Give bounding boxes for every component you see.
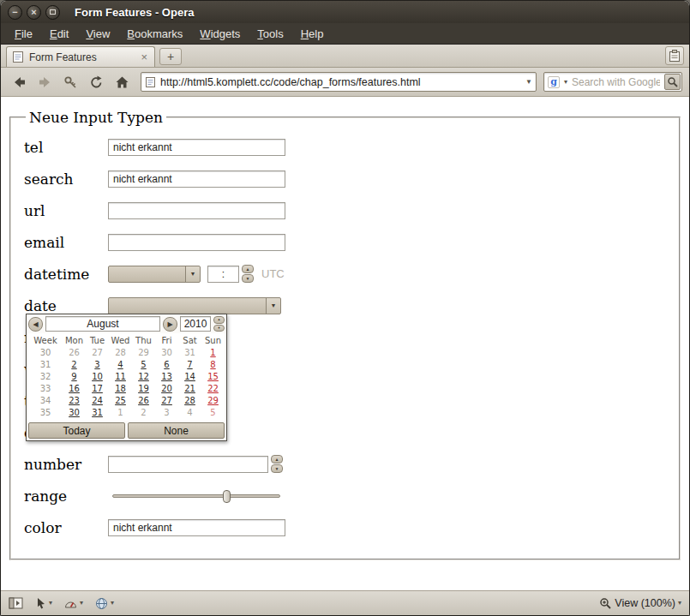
calendar-day[interactable]: 4 (109, 359, 132, 371)
spin-up-icon[interactable]: ▲ (271, 455, 283, 463)
search-bar[interactable]: g ▾ (543, 72, 682, 92)
calendar-day[interactable]: 19 (132, 383, 155, 395)
calendar-prev-month-button[interactable]: ◀ (28, 317, 43, 332)
menu-widgets[interactable]: Widgets (191, 25, 249, 43)
search-field-input[interactable] (108, 170, 285, 188)
range-slider-thumb[interactable] (223, 490, 231, 503)
tel-input[interactable] (108, 139, 285, 156)
number-input[interactable] (108, 456, 268, 473)
calendar-day[interactable]: 28 (109, 347, 132, 359)
calendar-day[interactable]: 8 (201, 359, 225, 371)
search-go-button[interactable] (664, 74, 681, 90)
calendar-day[interactable]: 5 (201, 407, 225, 419)
calendar-day[interactable]: 1 (201, 347, 225, 359)
calendar-day[interactable]: 29 (201, 395, 225, 407)
calendar-day[interactable]: 1 (109, 407, 132, 419)
quick-access-dropdown[interactable]: ▾ (36, 597, 52, 609)
window-maximize-button[interactable] (45, 5, 60, 20)
calendar-day[interactable]: 31 (86, 407, 109, 419)
calendar-day[interactable]: 2 (63, 359, 86, 371)
datetime-time-spinner[interactable]: ▲ ▼ (242, 265, 254, 283)
calendar-day[interactable]: 9 (63, 371, 86, 383)
address-dropdown-icon[interactable]: ▼ (525, 79, 532, 86)
range-slider[interactable] (112, 494, 280, 498)
datetime-time-input[interactable] (207, 266, 239, 283)
spin-up-icon[interactable]: ▲ (242, 265, 254, 273)
menu-view[interactable]: View (77, 25, 118, 43)
calendar-day[interactable]: 13 (155, 371, 178, 383)
panels-toolbar-button[interactable] (665, 46, 684, 65)
calendar-day[interactable]: 24 (86, 395, 109, 407)
calendar-day[interactable]: 27 (86, 347, 109, 359)
calendar-day[interactable]: 5 (132, 359, 155, 371)
menu-file[interactable]: File (6, 25, 41, 43)
calendar-day[interactable]: 6 (155, 359, 178, 371)
spin-down-icon[interactable]: ▼ (271, 464, 283, 473)
calendar-day[interactable]: 21 (178, 383, 201, 395)
calendar-day[interactable]: 3 (155, 407, 178, 419)
panel-toggle-button[interactable] (9, 597, 24, 609)
chevron-down-icon[interactable]: ▼ (185, 266, 200, 282)
search-input[interactable] (572, 76, 660, 88)
calendar-day[interactable]: 18 (109, 383, 132, 395)
calendar-day[interactable]: 30 (63, 407, 86, 419)
calendar-day[interactable]: 14 (178, 371, 201, 383)
spin-up-icon[interactable]: ▲ (213, 316, 225, 324)
reload-button[interactable] (85, 71, 108, 93)
calendar-today-button[interactable]: Today (28, 422, 125, 439)
tab-form-features[interactable]: Form Features × (6, 46, 155, 67)
calendar-day[interactable]: 7 (178, 359, 201, 371)
calendar-day[interactable]: 28 (178, 395, 201, 407)
calendar-month-label[interactable]: August (45, 316, 160, 332)
number-spinner[interactable]: ▲ ▼ (271, 455, 283, 473)
spin-down-icon[interactable]: ▼ (213, 325, 225, 332)
calendar-year-field[interactable]: 2010 (180, 316, 211, 332)
window-minimize-button[interactable]: − (8, 5, 22, 20)
menu-bookmarks[interactable]: Bookmarks (118, 25, 191, 43)
calendar-day[interactable]: 10 (86, 371, 109, 383)
calendar-day[interactable]: 20 (155, 383, 178, 395)
calendar-day[interactable]: 26 (63, 347, 86, 359)
calendar-next-month-button[interactable]: ▶ (163, 317, 177, 332)
tab-close-icon[interactable]: × (139, 51, 149, 63)
calendar-day[interactable]: 31 (178, 347, 201, 359)
calendar-day[interactable]: 29 (132, 347, 155, 359)
calendar-day[interactable]: 27 (155, 395, 178, 407)
calendar-day[interactable]: 26 (132, 395, 155, 407)
window-close-button[interactable]: × (27, 5, 41, 20)
calendar-day[interactable]: 22 (201, 383, 225, 395)
turbo-dropdown[interactable]: ▾ (64, 598, 83, 608)
date-select[interactable]: ▼ (108, 297, 281, 314)
calendar-day[interactable]: 3 (86, 359, 109, 371)
calendar-day[interactable]: 4 (178, 407, 201, 419)
address-bar[interactable]: ▼ (141, 72, 537, 92)
datetime-date-select[interactable]: ▼ (108, 266, 201, 283)
calendar-day[interactable]: 11 (109, 371, 132, 383)
calendar-day[interactable]: 12 (132, 371, 155, 383)
menu-edit[interactable]: Edit (41, 25, 77, 43)
color-input[interactable] (108, 519, 285, 536)
back-button[interactable] (8, 71, 31, 93)
calendar-none-button[interactable]: None (128, 422, 225, 439)
forward-button[interactable] (33, 71, 57, 93)
zoom-control[interactable]: View (100%) ▾ (599, 597, 681, 610)
url-input[interactable] (108, 202, 285, 219)
spin-down-icon[interactable]: ▼ (242, 274, 254, 283)
chevron-down-icon[interactable]: ▾ (678, 600, 681, 607)
home-button[interactable] (111, 71, 134, 93)
calendar-year-spinner[interactable]: ▲ ▼ (213, 316, 225, 332)
calendar-day[interactable]: 30 (155, 347, 178, 359)
address-input[interactable] (160, 76, 521, 88)
calendar-day[interactable]: 16 (63, 383, 86, 395)
calendar-day[interactable]: 17 (86, 383, 109, 395)
search-engine-dropdown-icon[interactable]: ▾ (564, 79, 567, 86)
calendar-day[interactable]: 25 (109, 395, 132, 407)
calendar-day[interactable]: 2 (132, 407, 155, 419)
email-input[interactable] (108, 234, 285, 251)
titlebar[interactable]: − × Form Features - Opera (1, 1, 689, 23)
calendar-day[interactable]: 23 (63, 395, 86, 407)
calendar-day[interactable]: 15 (201, 371, 225, 383)
chevron-down-icon[interactable]: ▼ (266, 298, 280, 314)
wand-password-button[interactable] (59, 71, 82, 93)
menu-tools[interactable]: Tools (249, 25, 291, 43)
